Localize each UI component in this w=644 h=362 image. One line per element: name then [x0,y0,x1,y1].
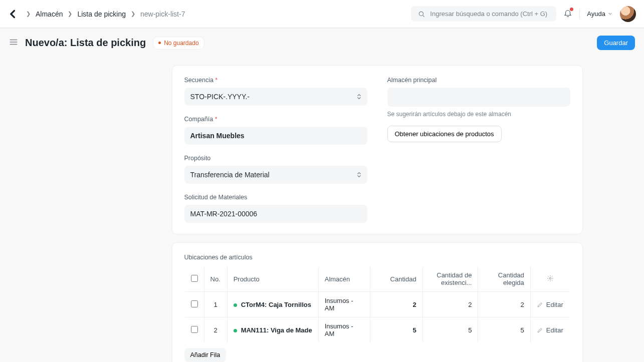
global-search[interactable]: Ingresar búsqueda o comando (Ctrl + G) [411,6,556,22]
navbar-right: Ingresar búsqueda o comando (Ctrl + G) A… [411,6,636,22]
cell-warehouse: Insumos - AM [318,292,370,317]
label-material-request: Solicitud de Materiales [184,194,367,201]
input-purpose[interactable]: Transferencia de Material [184,166,367,184]
cell-product: MAN111: Viga de Made [227,317,318,343]
col-check [184,266,204,292]
col-product: Producto [227,266,318,292]
cell-edit[interactable]: Editar [530,317,570,343]
cell-stock-qty: 2 [422,292,478,317]
page-header-left: Nuevo/a: Lista de picking No guardado [9,37,204,50]
table-row[interactable]: 1 CTorM4: Caja Tornillos Insumos - AM 2 … [184,292,570,317]
input-sequence[interactable]: STO-PICK-.YYYY.- [184,88,367,106]
page-title: Nuevo/a: Lista de picking [25,37,146,49]
svg-point-0 [419,12,423,16]
cell-qty: 2 [370,292,422,317]
search-placeholder: Ingresar búsqueda o comando (Ctrl + G) [430,10,547,18]
add-row-button[interactable]: Añadir Fila [184,348,227,362]
cell-no: 2 [204,317,227,343]
gear-icon [547,275,554,282]
value-company: Artisan Muebles [190,132,245,140]
col-settings[interactable] [530,266,570,292]
table-row[interactable]: 2 MAN111: Viga de Made Insumos - AM 5 5 … [184,317,570,343]
col-no: No. [204,266,227,292]
status-dot-icon [234,329,237,332]
search-icon [418,11,425,18]
chevron-right-icon: ❯ [131,11,135,17]
label-company: Compañía * [184,116,367,123]
cell-warehouse: Insumos - AM [318,317,370,343]
cell-picked-qty: 5 [478,317,530,343]
user-avatar[interactable] [620,6,636,22]
cell-qty: 5 [370,317,422,343]
breadcrumb-item-1[interactable]: Lista de picking [77,10,126,18]
divider [579,9,580,19]
form-card: Secuencia * STO-PICK-.YYYY.- Compañía * … [172,65,583,234]
svg-point-1 [549,277,551,279]
status-dot-icon [158,42,161,44]
chevron-right-icon: ❯ [26,11,31,17]
label-warehouse: Almacén principal [387,77,570,84]
notification-dot-icon [570,8,573,11]
menu-icon [9,38,18,47]
col-picked-qty: Cantidad elegida [478,266,530,292]
navbar-left: ❯ Almacén ❯ Lista de picking ❯ new-pick-… [8,9,185,19]
select-handle-icon [357,93,361,100]
label-sequence: Secuencia * [184,77,367,84]
field-material-request: Solicitud de Materiales MAT-MR-2021-0000… [184,194,367,223]
value-sequence: STO-PICK-.YYYY.- [190,93,250,101]
breadcrumb-item-0[interactable]: Almacén [36,10,63,18]
save-status-badge: No guardado [153,37,204,50]
col-warehouse: Almacén [318,266,370,292]
field-sequence: Secuencia * STO-PICK-.YYYY.- [184,77,367,106]
row-checkbox[interactable] [191,300,198,307]
notifications-button[interactable] [563,9,572,19]
sidebar-toggle-button[interactable] [9,38,18,48]
chevron-down-icon [607,11,613,17]
cell-stock-qty: 5 [422,317,478,343]
status-dot-icon [234,303,237,307]
cell-no: 1 [204,292,227,317]
breadcrumb: ❯ Almacén ❯ Lista de picking ❯ new-pick-… [26,10,185,18]
field-warehouse: Almacén principal Se sugerirán artículos… [387,77,570,142]
cell-edit[interactable]: Editar [530,292,570,317]
value-purpose: Transferencia de Material [190,171,270,179]
field-company: Compañía * Artisan Muebles [184,116,367,145]
col-qty: Cantidad [370,266,422,292]
save-button[interactable]: Guardar [597,36,635,50]
field-purpose: Propósito Transferencia de Material [184,155,367,184]
cell-picked-qty: 2 [478,292,530,317]
help-dropdown[interactable]: Ayuda [587,10,613,18]
helper-warehouse: Se sugerirán artículos debajo de este al… [387,111,570,118]
table-card: Ubicaciones de artículos No. Producto Al… [172,242,583,362]
input-warehouse[interactable] [387,88,570,107]
table-section-label: Ubicaciones de artículos [184,254,570,261]
value-material-request: MAT-MR-2021-00006 [190,210,258,218]
col-stock-qty: Cantidad de existenci... [422,266,478,292]
select-handle-icon [357,171,361,178]
top-navbar: ❯ Almacén ❯ Lista de picking ❯ new-pick-… [0,0,644,28]
help-label: Ayuda [587,10,605,18]
cell-product: CTorM4: Caja Tornillos [227,292,318,317]
app-logo-icon[interactable] [8,9,18,19]
breadcrumb-item-current: new-pick-list-7 [140,10,185,18]
input-material-request[interactable]: MAT-MR-2021-00006 [184,205,367,223]
page-header: Nuevo/a: Lista de picking No guardado Gu… [0,29,644,57]
row-checkbox[interactable] [191,326,198,333]
item-locations-table: No. Producto Almacén Cantidad Cantidad d… [184,266,570,343]
input-company[interactable]: Artisan Muebles [184,127,367,145]
chevron-right-icon: ❯ [68,11,72,17]
check-all[interactable] [191,275,198,282]
get-locations-button[interactable]: Obtener ubicaciones de productos [387,126,502,142]
status-text: No guardado [164,40,198,47]
label-purpose: Propósito [184,155,367,162]
pencil-icon [537,327,543,333]
pencil-icon [537,301,543,308]
